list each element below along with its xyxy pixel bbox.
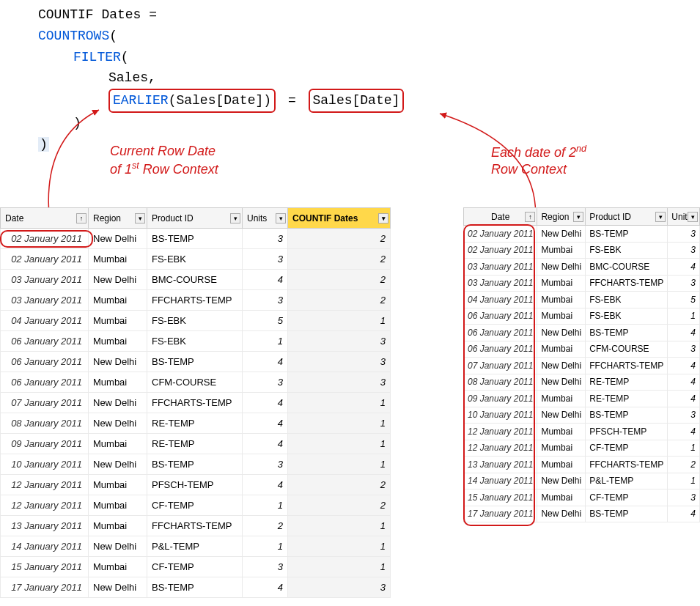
cell-units: 5 <box>668 292 700 308</box>
cell-countif: 1 <box>288 536 391 557</box>
cell-date: 06 January 2011 <box>464 325 537 341</box>
table-row[interactable]: 06 January 2011MumbaiCFM-COURSE3 <box>464 341 700 358</box>
cell-date: 09 January 2011 <box>1 434 89 454</box>
cell-units: 1 <box>668 440 700 457</box>
table-row[interactable]: 15 January 2011MumbaiCF-TEMP3 <box>464 489 700 506</box>
chevron-down-icon[interactable]: ▾ <box>276 213 286 223</box>
formula-salesdate: Sales[Date] <box>313 93 400 108</box>
cell-region: Mumbai <box>537 440 586 457</box>
table-row[interactable]: 17 January 2011New DelhiBS-TEMP43 <box>1 577 391 598</box>
cell-units: 3 <box>243 290 288 311</box>
table-row[interactable]: 03 January 2011MumbaiFFCHARTS-TEMP3 <box>464 275 700 292</box>
col-date[interactable]: Date↑ <box>464 208 537 226</box>
col-productid[interactable]: Product ID▾ <box>147 208 243 229</box>
table-row[interactable]: 08 January 2011New DelhiRE-TEMP4 <box>464 374 700 391</box>
table-row[interactable]: 06 January 2011MumbaiFS-EBK1 <box>464 308 700 325</box>
table-row[interactable]: 03 January 2011New DelhiBMC-COURSE4 <box>464 259 700 276</box>
table-row[interactable]: 06 January 2011MumbaiFS-EBK13 <box>1 331 391 352</box>
table-row[interactable]: 09 January 2011MumbaiRE-TEMP41 <box>1 434 391 454</box>
cell-region: Mumbai <box>89 557 147 577</box>
table-row[interactable]: 17 January 2011New DelhiBS-TEMP4 <box>464 506 700 522</box>
table-row[interactable]: 02 January 2011MumbaiFS-EBK32 <box>1 249 391 270</box>
chevron-down-icon[interactable]: ▾ <box>655 212 666 222</box>
col-countif[interactable]: COUNTIF Dates▾ <box>288 208 391 229</box>
table-row[interactable]: 03 January 2011New DelhiBMC-COURSE42 <box>1 270 391 290</box>
cell-date: 07 January 2011 <box>1 393 89 413</box>
table-row[interactable]: 07 January 2011New DelhiFFCHARTS-TEMP4 <box>464 358 700 374</box>
chevron-down-icon[interactable]: ▾ <box>230 213 240 223</box>
col-units[interactable]: Units▾ <box>243 208 288 229</box>
cell-units: 4 <box>243 352 288 372</box>
table-row[interactable]: 12 January 2011MumbaiPFSCH-TEMP4 <box>464 424 700 440</box>
col-region[interactable]: Region▾ <box>537 208 586 226</box>
table-row[interactable]: 02 January 2011New DelhiBS-TEMP32 <box>1 229 391 249</box>
cell-countif: 2 <box>288 475 391 495</box>
cell-productid: FFCHARTS-TEMP <box>586 457 668 473</box>
cell-productid: CF-TEMP <box>586 440 668 457</box>
cell-productid: RE-TEMP <box>586 374 668 391</box>
cell-productid: FS-EBK <box>147 249 243 270</box>
cell-region: Mumbai <box>537 391 586 407</box>
cell-region: Mumbai <box>537 275 586 292</box>
table-row[interactable]: 06 January 2011New DelhiBS-TEMP4 <box>464 325 700 341</box>
table-row[interactable]: 08 January 2011New DelhiRE-TEMP41 <box>1 413 391 434</box>
table-row[interactable]: 12 January 2011MumbaiCF-TEMP12 <box>1 495 391 516</box>
table-row[interactable]: 07 January 2011New DelhiFFCHARTS-TEMP41 <box>1 393 391 413</box>
cell-productid: FFCHARTS-TEMP <box>147 393 243 413</box>
table-header-row: Date↑ Region▾ Product ID▾ Units▾ <box>464 208 700 226</box>
cell-region: New Delhi <box>537 358 586 374</box>
table-row[interactable]: 13 January 2011MumbaiFFCHARTS-TEMP2 <box>464 457 700 473</box>
cell-date: 02 January 2011 <box>464 242 537 259</box>
table-row[interactable]: 03 January 2011MumbaiFFCHARTS-TEMP32 <box>1 290 391 311</box>
cell-date: 06 January 2011 <box>1 331 89 352</box>
cell-region: New Delhi <box>537 407 586 424</box>
sort-asc-icon[interactable]: ↑ <box>525 212 535 222</box>
cell-units: 1 <box>668 308 700 325</box>
cell-date: 13 January 2011 <box>1 516 89 536</box>
chevron-down-icon[interactable]: ▾ <box>688 212 698 222</box>
cell-productid: RE-TEMP <box>586 391 668 407</box>
table-row[interactable]: 06 January 2011New DelhiBS-TEMP43 <box>1 352 391 372</box>
cell-productid: BS-TEMP <box>147 577 243 598</box>
col-date[interactable]: Date↑ <box>1 208 89 229</box>
table-row[interactable]: 04 January 2011MumbaiFS-EBK51 <box>1 311 391 331</box>
cell-date: 02 January 2011 <box>1 229 89 249</box>
cell-region: New Delhi <box>89 413 147 434</box>
cell-productid: BS-TEMP <box>147 352 243 372</box>
col-units[interactable]: Units▾ <box>668 208 700 226</box>
table-row[interactable]: 04 January 2011MumbaiFS-EBK5 <box>464 292 700 308</box>
cell-date: 10 January 2011 <box>1 454 89 475</box>
table-row[interactable]: 15 January 2011MumbaiCF-TEMP31 <box>1 557 391 577</box>
cell-units: 5 <box>243 311 288 331</box>
table-row[interactable]: 02 January 2011MumbaiFS-EBK3 <box>464 242 700 259</box>
table-row[interactable]: 12 January 2011MumbaiPFSCH-TEMP42 <box>1 475 391 495</box>
cell-units: 4 <box>668 374 700 391</box>
cell-date: 14 January 2011 <box>1 536 89 557</box>
table-row[interactable]: 13 January 2011MumbaiFFCHARTS-TEMP21 <box>1 516 391 536</box>
cell-countif: 3 <box>288 331 391 352</box>
cell-units: 4 <box>668 391 700 407</box>
chevron-down-icon[interactable]: ▾ <box>378 213 388 223</box>
cell-countif: 1 <box>288 516 391 536</box>
chevron-down-icon[interactable]: ▾ <box>573 212 583 222</box>
cell-countif: 1 <box>288 413 391 434</box>
chevron-down-icon[interactable]: ▾ <box>135 213 145 223</box>
table-row[interactable]: 09 January 2011MumbaiRE-TEMP4 <box>464 391 700 407</box>
col-region[interactable]: Region▾ <box>89 208 147 229</box>
table-row[interactable]: 12 January 2011MumbaiCF-TEMP1 <box>464 440 700 457</box>
cell-productid: BS-TEMP <box>147 454 243 475</box>
table-row[interactable]: 10 January 2011New DelhiBS-TEMP3 <box>464 407 700 424</box>
table-row[interactable]: 06 January 2011MumbaiCFM-COURSE33 <box>1 372 391 393</box>
table-row[interactable]: 10 January 2011New DelhiBS-TEMP31 <box>1 454 391 475</box>
sort-asc-icon[interactable]: ↑ <box>76 213 86 223</box>
cell-productid: FS-EBK <box>586 292 668 308</box>
cell-region: New Delhi <box>89 454 147 475</box>
table-row[interactable]: 14 January 2011New DelhiP&L-TEMP11 <box>1 536 391 557</box>
formula-earlier-arg: (Sales[Date]) <box>169 93 271 108</box>
table-row[interactable]: 02 January 2011New DelhiBS-TEMP3 <box>464 226 700 243</box>
cell-region: Mumbai <box>537 489 586 506</box>
annotation-line: Current Row Date <box>110 143 218 160</box>
table-row[interactable]: 14 January 2011New DelhiP&L-TEMP1 <box>464 473 700 489</box>
col-productid[interactable]: Product ID▾ <box>586 208 668 226</box>
cell-units: 4 <box>243 413 288 434</box>
